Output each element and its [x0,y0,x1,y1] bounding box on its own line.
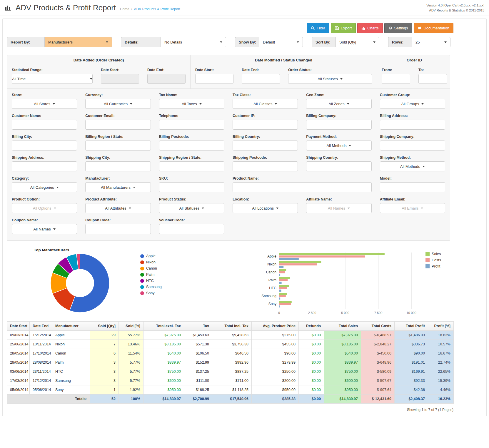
table-cell: $7,975.00 [143,331,184,340]
report-by-select[interactable]: Manufacturers [44,37,112,47]
col-header-sold-qty[interactable]: Sold [Qty] [90,322,119,331]
shipping-country-input[interactable] [306,161,371,171]
coupon-name-value: All Names [34,227,51,231]
col-header-total-costs[interactable]: Total Costs [361,322,395,331]
billing-company-input[interactable] [306,120,371,130]
modified-date-end-input[interactable] [242,74,280,84]
telephone-input[interactable] [159,120,224,130]
col-header-refunds[interactable]: Refunds [299,322,324,331]
order-id-to-input[interactable] [418,74,447,84]
settings-button[interactable]: Settings [384,23,412,33]
billing-postcode-input[interactable] [159,141,224,151]
chevron-down-icon [54,208,56,209]
store-label: Store: [12,93,77,97]
totals-cell: $2,700.99 [184,394,212,404]
col-header-total-sales[interactable]: Total Sales [324,322,361,331]
table-cell: Apple [52,331,90,340]
product-option-field: Product Option:All Options [12,197,77,213]
manufacturer-select[interactable]: All Manufacturers [85,182,151,192]
legend-swatch [425,252,430,256]
shipping-address-input[interactable] [12,161,77,171]
billing-country-input[interactable] [233,141,298,151]
filter-section-title: Order ID [377,55,452,65]
shipping-address-label: Shipping Address: [12,156,77,160]
totals-cell: $14,839.97 [143,394,184,404]
sort-by-select[interactable]: Sold [Qty] [336,37,379,47]
table-cell: $950.00 [252,385,299,394]
filter-button[interactable]: Filter [307,23,329,33]
charts-button[interactable]: Charts [357,23,383,33]
customer-email-input[interactable] [85,120,151,130]
category-select[interactable]: All Categories [12,182,77,192]
col-header-profit[interactable]: Profit [%] [428,322,454,331]
show-by-select[interactable]: Default [259,37,303,47]
voucher-code-input[interactable] [159,224,224,234]
documentation-button[interactable]: Documentation [414,23,453,33]
geo-zone-label: Geo Zone: [306,93,371,97]
modified-date-start-input[interactable] [195,74,233,84]
chevron-down-icon [53,103,55,105]
col-header-manufacturer[interactable]: Manufacturer [52,322,90,331]
payment-method-label: Payment Method: [306,135,371,139]
product-attribute-select[interactable]: All Attributes [85,203,151,213]
col-header-tax[interactable]: Tax [184,322,212,331]
billing-company-label: Billing Company: [306,114,371,118]
table-cell: 5.77% [119,376,143,385]
category-value: All Categories [30,185,54,190]
model-input[interactable] [380,182,445,192]
customer-group-select[interactable]: All Groups [380,99,445,109]
geo-zone-select[interactable]: All Zones [306,99,371,109]
product-name-input[interactable] [233,182,372,192]
coupon-name-select[interactable]: All Names [12,224,77,234]
telephone-label: Telephone: [159,114,224,118]
col-header-total-profit[interactable]: Total Profit [395,322,428,331]
product-status-select[interactable]: All Statuses [159,203,224,213]
store-select[interactable]: All Stores [12,99,77,109]
table-cell: $275.00 [252,331,299,340]
billing-city-input[interactable] [12,141,77,151]
shipping-city-input[interactable] [85,161,151,171]
shipping-method-select[interactable]: All Methods [380,161,445,171]
order-status-select[interactable]: All Statuses [288,74,372,84]
order-status-field: Order Status:All Statuses [288,68,372,84]
breadcrumb-current[interactable]: ADV Products & Profit Report [134,7,180,11]
breadcrumb-home[interactable]: Home [120,7,129,11]
coupon-code-input[interactable] [85,224,151,234]
col-header-date-start[interactable]: Date Start [7,322,30,331]
order-id-from-input[interactable] [382,74,410,84]
bar-sales-palm [279,277,290,279]
payment-method-select[interactable]: All Methods [306,141,371,151]
col-header-date-end[interactable]: Date End [30,322,52,331]
currency-select[interactable]: All Currencies [85,99,151,109]
bar-category-label: Nikon [267,262,276,266]
shipping-country-label: Shipping Country: [306,156,371,160]
details-value: No Details [164,40,182,44]
customer-group-field: Customer Group:All Groups [380,93,445,109]
col-header-total-excl-tax[interactable]: Total excl. Tax [143,322,184,331]
chevron-down-icon [106,41,108,43]
billing-region-input[interactable] [85,141,151,151]
location-select[interactable]: All Locations [233,203,298,213]
legend-item-sony: Sony [140,291,162,295]
tax-class-select[interactable]: All Classes [233,99,298,109]
tax-name-select[interactable]: All Taxes [159,99,224,109]
axis-tick-label: 0 [278,311,280,315]
manufacturer-field: Manufacturer:All Manufacturers [85,176,151,192]
rows-select[interactable]: 25 [412,37,450,47]
coupon-name-label: Coupon Name: [12,218,77,222]
sku-input[interactable] [159,182,224,192]
shipping-postcode-input[interactable] [233,161,298,171]
shipping-company-input[interactable] [380,141,445,151]
bar-category-label: Samsung [261,294,276,298]
details-select[interactable]: No Details [161,37,226,47]
export-button[interactable]: Export [331,23,356,33]
billing-address-input[interactable] [380,120,445,130]
customer-ip-input[interactable] [233,120,298,130]
col-header-total-incl-tax[interactable]: Total incl. Tax [212,322,252,331]
col-header-avg-product-price[interactable]: Avg. Product Price [252,322,299,331]
shipping-region-input[interactable] [159,161,224,171]
statistical-range-select[interactable]: All Time [12,74,93,84]
col-header-sold[interactable]: Sold [%] [119,322,143,331]
legend-label: Profit [432,264,440,268]
customer-name-input[interactable] [12,120,77,130]
